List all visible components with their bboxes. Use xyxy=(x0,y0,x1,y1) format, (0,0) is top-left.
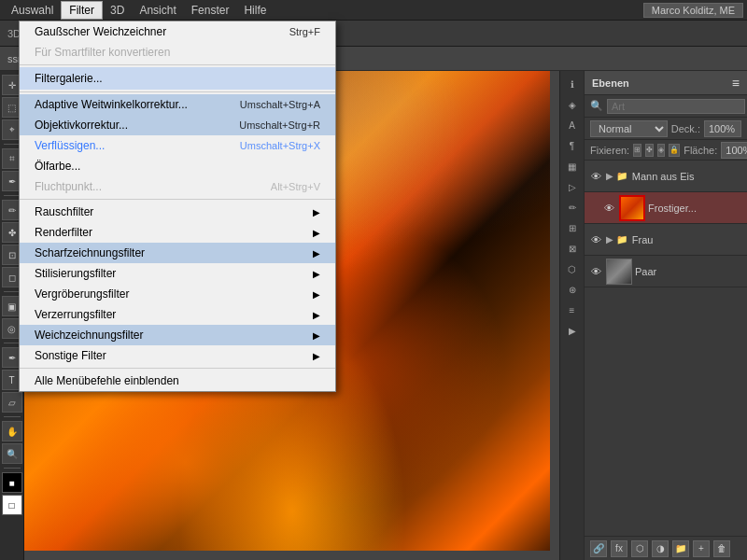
footer-new-layer-icon[interactable]: + xyxy=(693,540,710,557)
tool-shape[interactable]: ▱ xyxy=(2,392,22,413)
menu-stil[interactable]: Stilisierungsfilter ▶ xyxy=(20,263,335,284)
menu-fenster[interactable]: Fenster xyxy=(184,2,237,19)
menu-smartfilter[interactable]: Für Smartfilter konvertieren xyxy=(20,42,335,63)
menu-oelfarbe[interactable]: Ölfarbe... xyxy=(20,156,335,176)
blend-mode-select[interactable]: Normal xyxy=(590,120,668,137)
right-icon-adjust[interactable]: ⊠ xyxy=(563,239,582,258)
tool-foreground-color[interactable]: ■ xyxy=(2,472,22,493)
fix-all-icon[interactable]: 🔒 xyxy=(669,144,680,157)
right-icon-brush[interactable]: ✏ xyxy=(563,198,582,217)
tool-divider-1 xyxy=(4,144,21,145)
layer-eye-frau[interactable]: 👁 xyxy=(588,232,603,247)
menu-fluchtpunkt-shortcut: Alt+Strg+V xyxy=(271,181,320,192)
menu-filtergalerie[interactable]: Filtergalerie... xyxy=(20,67,335,90)
menu-filter[interactable]: Filter xyxy=(61,1,103,20)
layer-item-frau[interactable]: 👁 ▶ 📁 Frau xyxy=(585,224,747,256)
menu-sonstige[interactable]: Sonstige Filter ▶ xyxy=(20,345,335,366)
menu-weich-label: Weichzeichnungsfilter xyxy=(35,329,144,342)
tool-divider-3 xyxy=(4,291,21,292)
menu-sonstige-label: Sonstige Filter xyxy=(35,349,106,362)
layer-name-frostiger: Frostiger... xyxy=(648,203,743,214)
user-badge: Marco Kolditz, ME xyxy=(643,3,743,18)
layers-panel: Ebenen ≡ 🔍 ▼ Normal Deck.: Fixieren: ⊞ ✤… xyxy=(584,71,747,560)
layers-search-input[interactable] xyxy=(607,99,745,114)
right-icon-hist[interactable]: ▦ xyxy=(563,157,582,175)
right-icon-path[interactable]: ⊛ xyxy=(563,280,582,299)
layer-folder-icon-frau: ▶ 📁 xyxy=(606,234,627,245)
layers-menu-icon[interactable]: ≡ xyxy=(732,76,740,91)
menu-fluchtpunkt[interactable]: Fluchtpunkt... Alt+Strg+V xyxy=(20,176,335,197)
right-icon-clone[interactable]: ⊞ xyxy=(563,218,582,237)
horizontal-scrollbar[interactable] xyxy=(24,551,550,560)
menu-verfluessigen-shortcut: Umschalt+Strg+X xyxy=(240,140,320,151)
layer-name-frau: Frau xyxy=(632,234,743,245)
footer-delete-icon[interactable]: 🗑 xyxy=(713,540,730,557)
layer-eye-frostiger[interactable]: 👁 xyxy=(601,201,616,216)
right-icon-para[interactable]: ¶ xyxy=(563,136,582,155)
menu-rausch-arrow: ▶ xyxy=(313,207,320,217)
right-icon-mask[interactable]: ⬡ xyxy=(563,259,582,278)
right-icon-type[interactable]: A xyxy=(563,116,582,134)
menu-alle-label: Alle Menübefehle einblenden xyxy=(35,374,179,387)
menu-gauss[interactable]: Gaußscher Weichzeichner Strg+F xyxy=(20,21,335,42)
menu-scharf-label: Scharfzeichnungsfilter xyxy=(35,246,145,259)
menu-stil-arrow: ▶ xyxy=(313,269,320,279)
menu-verfluessigen[interactable]: Verflüssigen... Umschalt+Strg+X xyxy=(20,135,335,156)
menu-vergrob[interactable]: Vergröberungsfilter ▶ xyxy=(20,284,335,304)
menu-verfluessigen-label: Verflüssigen... xyxy=(35,139,105,152)
menu-weich[interactable]: Weichzeichnungsfilter ▶ xyxy=(20,325,335,345)
right-icon-action[interactable]: ▶ xyxy=(563,321,582,340)
fixieren-label: Fixieren: xyxy=(590,145,629,156)
footer-fx-icon[interactable]: fx xyxy=(611,540,627,557)
menu-verzerr-arrow: ▶ xyxy=(313,310,320,320)
layer-eye-mann[interactable]: 👁 xyxy=(588,169,603,184)
layer-item-frostiger[interactable]: 👁 Frostiger... xyxy=(585,192,747,224)
search-icon: 🔍 xyxy=(590,100,603,112)
menu-verzerr-label: Verzerrungsfilter xyxy=(35,308,116,321)
menu-rausch[interactable]: Rauschfilter ▶ xyxy=(20,202,335,222)
opacity-label: Deck.: xyxy=(671,123,700,134)
menu-scharf[interactable]: Scharfzeichnungsfilter ▶ xyxy=(20,243,335,263)
footer-adjust-icon[interactable]: ◑ xyxy=(652,540,669,557)
right-icon-channel[interactable]: ≡ xyxy=(563,301,582,319)
layer-item-mann-aus-eis[interactable]: 👁 ▶ 📁 Mann aus Eis xyxy=(585,161,747,192)
layers-mode-row: Normal Deck.: xyxy=(585,118,747,140)
menu-objektiv[interactable]: Objektivkorrektur... Umschalt+Strg+R xyxy=(20,115,335,135)
menu-ansicht[interactable]: Ansicht xyxy=(132,2,183,19)
menu-bar: Auswahl Filter 3D Ansicht Fenster Hilfe … xyxy=(0,0,747,21)
layer-item-paar[interactable]: 👁 Paar xyxy=(585,256,747,287)
right-icon-color[interactable]: ◈ xyxy=(563,95,582,114)
fix-position-icon[interactable]: ⊞ xyxy=(633,144,641,157)
tool-zoom[interactable]: 🔍 xyxy=(2,443,22,464)
menu-adaptive[interactable]: Adaptive Weitwinkelkorrektur... Umschalt… xyxy=(20,94,335,115)
menu-vergrob-label: Vergröberungsfilter xyxy=(35,287,129,301)
tool-background-color[interactable]: □ xyxy=(2,495,22,515)
fix-pixels-icon[interactable]: ✤ xyxy=(645,144,654,157)
menu-hilfe[interactable]: Hilfe xyxy=(236,2,274,19)
opacity-input[interactable] xyxy=(704,120,741,137)
layer-eye-paar[interactable]: 👁 xyxy=(588,264,603,279)
fill-input[interactable] xyxy=(721,142,747,159)
right-icon-info[interactable]: ℹ xyxy=(563,75,582,93)
dropdown-divider-2 xyxy=(20,91,335,92)
menu-stil-label: Stilisierungsfilter xyxy=(35,267,116,280)
menu-3d[interactable]: 3D xyxy=(103,2,132,19)
menu-verzerr[interactable]: Verzerrungsfilter ▶ xyxy=(20,304,335,325)
menu-scharf-arrow: ▶ xyxy=(313,248,320,259)
tool-divider-6 xyxy=(4,468,21,469)
fix-color-icon[interactable]: ◈ xyxy=(657,144,665,157)
menu-objektiv-shortcut: Umschalt+Strg+R xyxy=(239,119,320,131)
footer-group-icon[interactable]: 📁 xyxy=(672,540,689,557)
tool-hand[interactable]: ✋ xyxy=(2,421,22,441)
menu-adaptive-label: Adaptive Weitwinkelkorrektur... xyxy=(35,98,188,111)
footer-mask-icon[interactable]: ⬡ xyxy=(631,540,648,557)
footer-link-icon[interactable]: 🔗 xyxy=(590,540,607,557)
menu-filtergalerie-label: Filtergalerie... xyxy=(35,72,103,85)
dropdown-divider-1 xyxy=(20,64,335,65)
menu-render[interactable]: Renderfilter ▶ xyxy=(20,222,335,243)
menu-auswahl[interactable]: Auswahl xyxy=(4,2,61,19)
menu-alle[interactable]: Alle Menübefehle einblenden xyxy=(20,371,335,391)
vertical-scrollbar[interactable] xyxy=(550,71,559,560)
right-icon-nav[interactable]: ▷ xyxy=(563,177,582,196)
layer-name-mann: Mann aus Eis xyxy=(632,171,743,182)
